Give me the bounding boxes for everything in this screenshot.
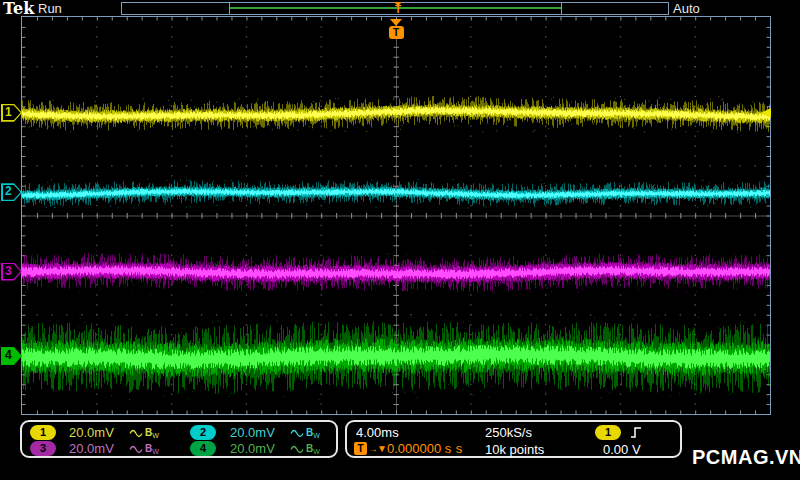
channel-3-coupling-icons: BW xyxy=(129,443,159,455)
channel-1-coupling-icons: BW xyxy=(129,427,159,439)
sample-rate-readout: 250kS/s xyxy=(485,425,532,440)
bandwidth-limit-icon: BW xyxy=(306,443,320,455)
bandwidth-limit-icon: BW xyxy=(306,427,320,439)
record-view-bar: T xyxy=(121,2,669,15)
trigger-source-badge: 1 xyxy=(595,425,621,440)
horizontal-trigger-readout-box: 4.00ms 250kS/s 1 T→▼0.000000 s s 10k poi… xyxy=(345,420,682,458)
channel-3-scale: 20.0mV xyxy=(69,441,114,456)
ac-coupling-icon xyxy=(129,445,143,454)
arrow-marker-icons: →▼ xyxy=(368,443,386,454)
channel-1-scale: 20.0mV xyxy=(69,425,114,440)
bandwidth-limit-icon: BW xyxy=(145,443,159,455)
trigger-mode-label: Auto xyxy=(673,1,700,16)
triangle-down-icon xyxy=(390,19,402,26)
watermark: PCMAG.VN xyxy=(692,446,800,469)
trigger-level-arrow-icon xyxy=(761,108,771,118)
channel-readout-box: 1 20.0mV BW 2 20.0mV BW 3 20.0mV BW 4 20… xyxy=(20,420,338,458)
channel-2-scale: 20.0mV xyxy=(230,425,275,440)
channel-4-coupling-icons: BW xyxy=(290,443,320,455)
channel-marker-2: 2 xyxy=(1,183,22,201)
timebase-readout: 4.00ms xyxy=(356,425,399,440)
oscilloscope-screen: Tek Run Auto T T 1 2 3 4 1 xyxy=(0,0,800,480)
channel-marker-3: 3 xyxy=(1,263,22,281)
trigger-position-marker: T xyxy=(387,19,405,39)
ac-coupling-icon xyxy=(129,429,143,438)
record-trigger-position-icon: T xyxy=(392,2,404,15)
channel-marker-1: 1 xyxy=(1,104,22,122)
waveform-display xyxy=(22,17,770,414)
trigger-position-readout: T→▼0.000000 s s xyxy=(354,441,462,456)
channel-2-coupling-icons: BW xyxy=(290,427,320,439)
channel-4-scale: 20.0mV xyxy=(230,441,275,456)
graticule: T xyxy=(21,16,771,415)
bandwidth-limit-icon: BW xyxy=(145,427,159,439)
channel-marker-4: 4 xyxy=(1,347,22,365)
channel-3-badge: 3 xyxy=(30,441,56,456)
trigger-level-readout: 0.00 V xyxy=(603,442,641,457)
record-length-readout: 10k points xyxy=(485,442,544,457)
channel-4-badge: 4 xyxy=(190,441,216,456)
channel-1-badge: 1 xyxy=(30,425,56,440)
rising-edge-icon xyxy=(630,426,642,439)
channel-2-badge: 2 xyxy=(190,425,216,440)
trigger-t-icon: T xyxy=(354,442,367,455)
ac-coupling-icon xyxy=(290,445,304,454)
ac-coupling-icon xyxy=(290,429,304,438)
acquisition-status: Run xyxy=(38,1,62,16)
